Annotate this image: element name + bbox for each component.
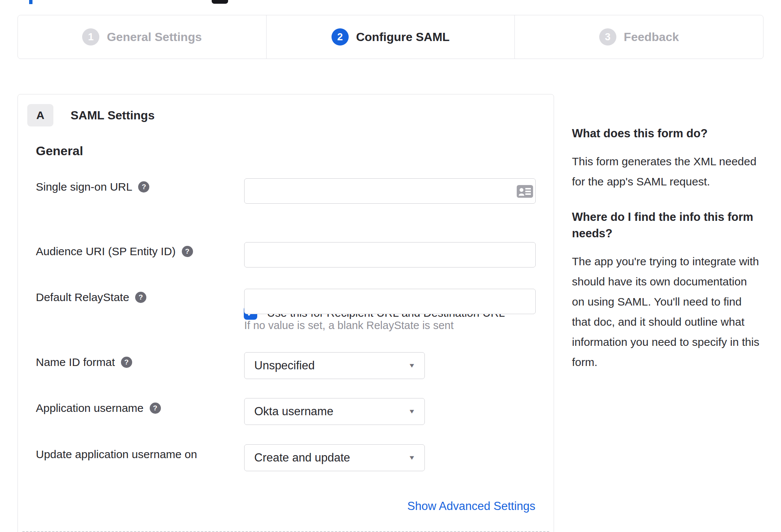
app-username-label-row: Application username ? bbox=[36, 402, 161, 414]
name-id-format-label-row: Name ID format ? bbox=[36, 356, 132, 369]
help-heading-what: What does this form do? bbox=[572, 125, 760, 142]
app-username-value: Okta username bbox=[254, 405, 333, 418]
update-username-select[interactable]: Create and update ▼ bbox=[244, 444, 425, 471]
relay-state-label-row: Default RelayState ? bbox=[36, 291, 146, 304]
section-title: SAML Settings bbox=[71, 109, 155, 122]
step-3-number-badge: 3 bbox=[599, 28, 616, 46]
update-username-label: Update application username on bbox=[36, 448, 197, 461]
audience-uri-input[interactable] bbox=[244, 242, 536, 267]
help-sidebar: What does this form do? This form genera… bbox=[572, 125, 760, 389]
step-configure-saml[interactable]: 2 Configure SAML bbox=[266, 15, 515, 59]
help-heading-where: Where do I find the info this form needs… bbox=[572, 209, 760, 242]
relay-state-label: Default RelayState bbox=[36, 291, 129, 304]
step-1-label: General Settings bbox=[107, 30, 202, 44]
show-advanced-settings-link[interactable]: Show Advanced Settings bbox=[407, 500, 535, 513]
saml-settings-panel: A SAML Settings General Single sign-on U… bbox=[18, 94, 554, 532]
name-id-format-help-icon[interactable]: ? bbox=[121, 357, 132, 368]
app-username-select[interactable]: Okta username ▼ bbox=[244, 398, 425, 425]
section-letter-badge: A bbox=[27, 104, 53, 126]
step-2-number-badge: 2 bbox=[332, 28, 349, 46]
relay-state-input[interactable] bbox=[244, 289, 536, 314]
name-id-format-label: Name ID format bbox=[36, 356, 115, 369]
panel-header: A SAML Settings bbox=[27, 104, 155, 126]
relay-state-help-icon[interactable]: ? bbox=[135, 292, 146, 303]
app-username-help-icon[interactable]: ? bbox=[150, 403, 161, 414]
app-username-label: Application username bbox=[36, 402, 144, 414]
wizard-stepper: 1 General Settings 2 Configure SAML 3 Fe… bbox=[18, 15, 763, 59]
sso-url-help-icon[interactable]: ? bbox=[138, 181, 149, 193]
step-general-settings[interactable]: 1 General Settings bbox=[18, 15, 266, 59]
help-body-what: This form generates the XML needed for t… bbox=[572, 151, 760, 192]
contact-card-icon bbox=[516, 184, 533, 198]
step-3-label: Feedback bbox=[624, 30, 679, 44]
cropped-title-fragment bbox=[29, 0, 32, 4]
audience-uri-help-icon[interactable]: ? bbox=[182, 246, 193, 257]
audience-uri-label-row: Audience URI (SP Entity ID) ? bbox=[36, 245, 193, 258]
chevron-down-icon: ▼ bbox=[408, 362, 416, 369]
relay-state-hint: If no value is set, a blank RelayState i… bbox=[244, 319, 454, 332]
audience-uri-label: Audience URI (SP Entity ID) bbox=[36, 245, 176, 258]
chevron-down-icon: ▼ bbox=[408, 454, 416, 461]
help-body-where: The app you're trying to integrate with … bbox=[572, 251, 760, 372]
sso-url-input[interactable] bbox=[244, 178, 536, 204]
sso-url-label: Single sign-on URL bbox=[36, 181, 132, 193]
group-title-general: General bbox=[36, 144, 83, 158]
step-1-number-badge: 1 bbox=[82, 28, 99, 46]
sso-url-label-row: Single sign-on URL ? bbox=[36, 181, 149, 193]
chevron-down-icon: ▼ bbox=[408, 408, 416, 415]
name-id-format-select[interactable]: Unspecified ▼ bbox=[244, 352, 425, 379]
update-username-value: Create and update bbox=[254, 451, 350, 464]
cropped-logo-fragment bbox=[212, 0, 228, 4]
update-username-label-row: Update application username on bbox=[36, 448, 197, 461]
step-2-label: Configure SAML bbox=[356, 30, 450, 44]
step-feedback[interactable]: 3 Feedback bbox=[514, 15, 763, 59]
name-id-format-value: Unspecified bbox=[254, 359, 315, 372]
